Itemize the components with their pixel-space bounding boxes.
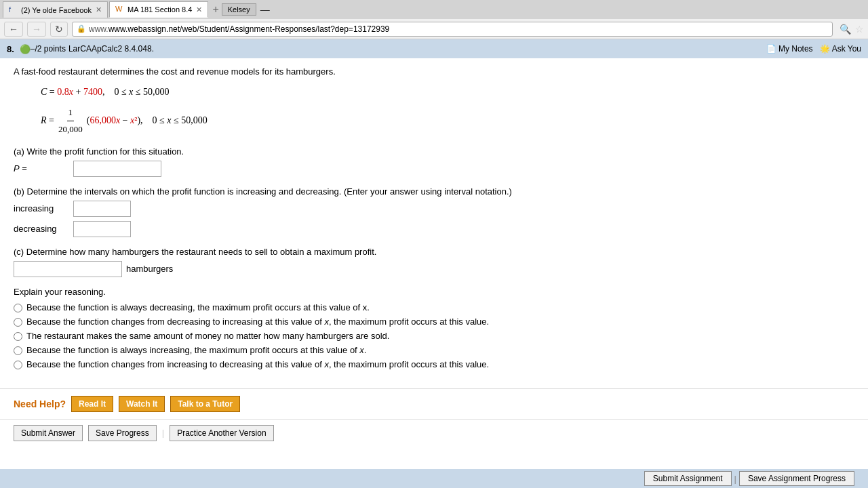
question-number: 8. xyxy=(7,44,14,54)
minimize-button[interactable]: — xyxy=(256,4,274,15)
need-help-section: Need Help? Read It Watch It Talk to a Tu… xyxy=(0,388,868,419)
address-bar[interactable]: 🔒 www.www.webassign.net/web/Student/Assi… xyxy=(72,22,833,37)
tab-webassign-label: MA 181 Section 8.4 xyxy=(127,5,192,14)
part-a-label: (a) Write the profit function for this s… xyxy=(14,146,854,157)
radio-option-1: Because the function is always decreasin… xyxy=(14,302,854,312)
user-button[interactable]: Kelsey xyxy=(222,3,256,16)
part-b-label: (b) Determine the intervals on which the… xyxy=(14,186,854,197)
ask-your-label: Ask You xyxy=(832,44,861,54)
points-text: –/2 points xyxy=(31,44,66,54)
part-a-p-label: P = xyxy=(14,163,68,174)
radio-3[interactable] xyxy=(14,332,22,341)
decreasing-row: decreasing xyxy=(14,221,854,237)
tab-facebook[interactable]: f (2) Ye olde Facebook ✕ xyxy=(3,1,108,18)
question-code: LarCAApCalc2 8.4.048. xyxy=(68,44,154,54)
fraction-denominator: 20,000 xyxy=(57,121,84,137)
increasing-label: increasing xyxy=(14,203,68,214)
bookmark-button[interactable]: ☆ xyxy=(855,24,864,35)
increasing-row: increasing xyxy=(14,201,854,217)
revenue-eq-suffix: (66,000x − x²), 0 ≤ x ≤ 50,000 xyxy=(87,112,208,129)
explain-label: Explain your reasoning. xyxy=(14,287,854,297)
part-c-input-row: hamburgers xyxy=(14,261,854,277)
webassign-favicon: W xyxy=(115,5,125,14)
radio-2-label: Because the function changes from decrea… xyxy=(26,317,489,327)
radio-3-label: The restaurant makes the same amount of … xyxy=(26,331,389,341)
radio-option-3: The restaurant makes the same amount of … xyxy=(14,331,854,341)
tab-webassign-close[interactable]: ✕ xyxy=(196,5,202,14)
question-body: A fast-food restaurant determines the co… xyxy=(0,58,868,383)
problem-text: A fast-food restaurant determines the co… xyxy=(14,66,854,77)
address-text: www.www.webassign.net/web/Student/Assign… xyxy=(89,24,828,34)
radio-option-4: Because the function is always increasin… xyxy=(14,345,854,355)
tab-facebook-label: (2) Ye olde Facebook xyxy=(21,6,92,14)
title-bar: f (2) Ye olde Facebook ✕ W MA 181 Sectio… xyxy=(0,0,868,19)
increasing-input[interactable] xyxy=(73,201,131,217)
part-a-input-row: P = xyxy=(14,161,854,177)
browser-search-button[interactable]: 🔍 xyxy=(840,24,851,35)
ask-your-button[interactable]: 🌟 Ask You xyxy=(820,44,861,54)
radio-option-5: Because the function changes from increa… xyxy=(14,359,854,369)
separator: | xyxy=(162,428,164,438)
forward-button[interactable]: → xyxy=(27,22,46,37)
revenue-fraction: 1 20,000 xyxy=(57,104,84,137)
cost-equation: C = 0.8x + 7400, 0 ≤ x ≤ 50,000 xyxy=(41,83,854,100)
radio-option-2: Because the function changes from decrea… xyxy=(14,317,854,327)
radio-5-label: Because the function changes from increa… xyxy=(26,359,489,369)
window-controls: Kelsey — xyxy=(222,3,274,16)
radio-4-label: Because the function is always increasin… xyxy=(26,345,366,355)
nav-bar: ← → ↻ 🔒 www.www.webassign.net/web/Studen… xyxy=(0,19,868,39)
radio-2[interactable] xyxy=(14,318,22,327)
hamburgers-label: hamburgers xyxy=(126,264,173,274)
decreasing-input[interactable] xyxy=(73,221,131,237)
part-c-label: (c) Determine how many hamburgers the re… xyxy=(14,247,854,257)
notes-icon: 📄 xyxy=(766,44,776,54)
points-icon: 🟢 xyxy=(20,44,31,54)
cost-eq-text: C = 0.8x + 7400, 0 ≤ x ≤ 50,000 xyxy=(41,87,169,97)
radio-1[interactable] xyxy=(14,304,22,312)
radio-1-label: Because the function is always decreasin… xyxy=(26,302,370,312)
refresh-button[interactable]: ↻ xyxy=(50,22,68,37)
question-header: 8. 🟢 –/2 points LarCAApCalc2 8.4.048. 📄 … xyxy=(0,39,868,58)
radio-4[interactable] xyxy=(14,346,22,355)
action-bar: Submit Answer Save Progress | Practice A… xyxy=(0,419,868,447)
practice-another-version-button[interactable]: Practice Another Version xyxy=(170,425,273,441)
save-progress-button[interactable]: Save Progress xyxy=(88,425,157,441)
ask-icon: 🌟 xyxy=(820,44,830,54)
fraction-numerator: 1 xyxy=(67,104,75,121)
revenue-r: R = xyxy=(41,112,54,129)
lock-icon: 🔒 xyxy=(77,24,86,33)
my-notes-button[interactable]: 📄 My Notes xyxy=(766,44,813,54)
watch-it-button[interactable]: Watch It xyxy=(119,396,165,412)
header-right: 📄 My Notes 🌟 Ask You xyxy=(766,44,861,54)
need-help-label: Need Help? xyxy=(14,399,66,409)
browser-chrome: f (2) Ye olde Facebook ✕ W MA 181 Sectio… xyxy=(0,0,868,39)
profit-function-input[interactable] xyxy=(73,161,161,177)
read-it-button[interactable]: Read It xyxy=(71,396,113,412)
revenue-equation: R = 1 20,000 (66,000x − x²), 0 ≤ x ≤ 50,… xyxy=(41,104,854,137)
hamburgers-input[interactable] xyxy=(14,261,122,277)
back-button[interactable]: ← xyxy=(4,22,23,37)
radio-5[interactable] xyxy=(14,361,22,369)
question-container: 8. 🟢 –/2 points LarCAApCalc2 8.4.048. 📄 … xyxy=(0,39,868,447)
new-tab-button[interactable]: + xyxy=(212,3,218,16)
tab-webassign[interactable]: W MA 181 Section 8.4 ✕ xyxy=(109,1,208,18)
my-notes-label: My Notes xyxy=(778,44,813,54)
decreasing-label: decreasing xyxy=(14,224,68,234)
radio-group: Because the function is always decreasin… xyxy=(14,302,854,369)
talk-to-tutor-button[interactable]: Talk to a Tutor xyxy=(170,396,240,412)
tab-facebook-close[interactable]: ✕ xyxy=(96,5,102,14)
submit-answer-button[interactable]: Submit Answer xyxy=(14,425,83,441)
facebook-favicon: f xyxy=(9,5,18,15)
